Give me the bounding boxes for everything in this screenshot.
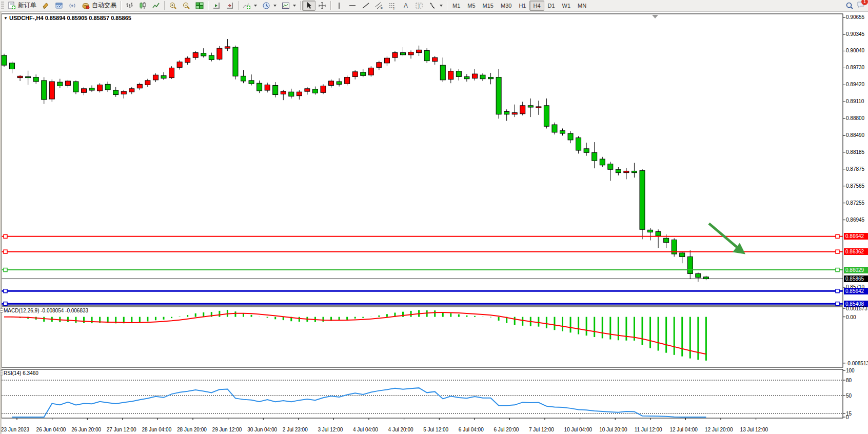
crosshair-tool-button[interactable] xyxy=(315,1,329,11)
candle-body xyxy=(392,53,398,58)
trendline-tool-button[interactable] xyxy=(359,1,372,11)
channel-tool-button[interactable]: E xyxy=(372,1,386,11)
periods-caret-icon xyxy=(273,5,277,7)
price-axis-label: 0.87875 xyxy=(846,166,864,172)
time-axis-label: 27 Jun 12:00 xyxy=(107,427,136,432)
rsi-panel[interactable] xyxy=(2,369,843,418)
time-axis-label: 3 Jul 12:00 xyxy=(318,427,343,432)
candle-body xyxy=(687,257,693,273)
rsi-axis-label: 80 xyxy=(846,378,852,384)
price-axis-label: 0.88185 xyxy=(846,149,864,155)
candle-body xyxy=(209,55,214,60)
bar-chart-button[interactable] xyxy=(123,1,136,11)
vertical-line-tool-button[interactable] xyxy=(332,1,346,11)
line-handle[interactable] xyxy=(836,302,839,306)
chart-expand-icon[interactable]: ▼ xyxy=(4,16,8,21)
line-chart-icon xyxy=(152,2,160,10)
line-handle[interactable] xyxy=(836,268,839,272)
time-axis-label: 12 Jul 20:00 xyxy=(705,427,733,432)
arrows-tool-button[interactable] xyxy=(426,1,445,11)
candle-body xyxy=(576,138,581,150)
candle-body xyxy=(185,58,190,63)
candle-body xyxy=(408,52,413,55)
period-button-W1[interactable]: W1 xyxy=(559,1,575,11)
vertical-line-icon xyxy=(335,2,343,10)
macd-panel-grip[interactable] xyxy=(1,308,3,313)
candle-body xyxy=(312,89,318,93)
candle-body xyxy=(424,50,429,61)
line-handle[interactable] xyxy=(4,289,7,293)
chat-button[interactable]: 1 xyxy=(857,1,865,11)
line-handle[interactable] xyxy=(4,302,7,306)
candle-body xyxy=(472,74,477,78)
time-axis-label: 2 Jul 23:00 xyxy=(283,427,308,432)
main-chart-panel[interactable] xyxy=(2,14,843,305)
period-button-H4[interactable]: H4 xyxy=(529,1,544,11)
time-axis-label: 12 Jul 04:00 xyxy=(669,427,698,432)
price-axis-label: 0.90655 xyxy=(846,14,864,21)
rsi-panel-grip[interactable] xyxy=(1,370,3,376)
rsi-axis-label: 100 xyxy=(846,368,855,374)
time-axis-label: 6 Jul 20:00 xyxy=(494,427,519,432)
time-axis-label: 5 Jul 12:00 xyxy=(423,427,448,432)
period-button-M15[interactable]: M15 xyxy=(479,1,497,11)
candle-body xyxy=(504,112,509,114)
candle-body xyxy=(57,82,63,86)
fibonacci-tool-button[interactable]: F xyxy=(386,1,399,11)
indicators-button[interactable] xyxy=(240,1,260,11)
candle-body xyxy=(656,232,661,236)
chart-canvas[interactable] xyxy=(0,0,868,434)
toolbar-grip[interactable] xyxy=(1,2,4,10)
signals-button[interactable] xyxy=(66,1,79,11)
text-label-tool-button[interactable]: T xyxy=(412,1,426,11)
line-handle[interactable] xyxy=(4,234,7,238)
candle-body xyxy=(82,89,87,92)
chart-shift-button[interactable] xyxy=(223,1,236,11)
line-handle[interactable] xyxy=(4,268,7,272)
market-watch-button[interactable] xyxy=(52,1,66,11)
period-button-M1[interactable]: M1 xyxy=(449,1,464,11)
rsi-axis-label: 0 xyxy=(846,415,849,421)
candle-body xyxy=(520,106,525,114)
zoom-in-button[interactable] xyxy=(166,1,180,11)
period-button-MN[interactable]: MN xyxy=(574,1,590,11)
period-button-H1[interactable]: H1 xyxy=(515,1,529,11)
tile-windows-button[interactable] xyxy=(193,1,206,11)
time-axis-label: 7 Jul 12:00 xyxy=(529,427,554,432)
rsi-axis-label: 50 xyxy=(846,393,852,399)
new-order-button[interactable]: 新订单 xyxy=(5,1,39,11)
indicators-caret-icon xyxy=(254,5,257,7)
period-button-D1[interactable]: D1 xyxy=(544,1,559,11)
time-axis-label: 13 Jul 12:00 xyxy=(740,427,768,432)
line-handle[interactable] xyxy=(836,234,839,238)
candle-body xyxy=(512,113,517,114)
zoom-out-button[interactable] xyxy=(180,1,193,11)
equidistant-channel-icon: E xyxy=(375,2,383,10)
styles-button[interactable] xyxy=(39,1,52,11)
candle-body xyxy=(161,75,166,78)
auto-trading-button[interactable]: 自动交易 xyxy=(79,1,119,11)
text-tool-button[interactable]: A xyxy=(399,1,412,11)
line-handle[interactable] xyxy=(836,250,839,253)
periods-button[interactable] xyxy=(260,1,279,11)
line-handle[interactable] xyxy=(836,289,839,293)
search-icon[interactable] xyxy=(845,2,854,10)
templates-button[interactable] xyxy=(279,1,299,11)
svg-text:A: A xyxy=(404,2,408,9)
fibonacci-icon: F xyxy=(388,2,397,10)
templates-caret-icon xyxy=(293,5,296,7)
line-chart-button[interactable] xyxy=(149,1,163,11)
candle-body xyxy=(377,63,382,68)
price-line-tag: 0.85642 xyxy=(844,288,868,294)
auto-scroll-button[interactable] xyxy=(210,1,223,11)
line-handle[interactable] xyxy=(4,250,7,253)
cursor-tool-button[interactable] xyxy=(302,1,315,11)
arrows-icon xyxy=(428,2,437,10)
price-axis-label: 0.88490 xyxy=(846,132,864,139)
auto-trading-label: 自动交易 xyxy=(92,1,116,10)
macd-panel[interactable] xyxy=(2,307,843,367)
horizontal-line-tool-button[interactable] xyxy=(346,1,359,11)
period-button-M30[interactable]: M30 xyxy=(497,1,515,11)
candlestick-chart-button[interactable] xyxy=(136,1,149,11)
period-button-M5[interactable]: M5 xyxy=(464,1,479,11)
